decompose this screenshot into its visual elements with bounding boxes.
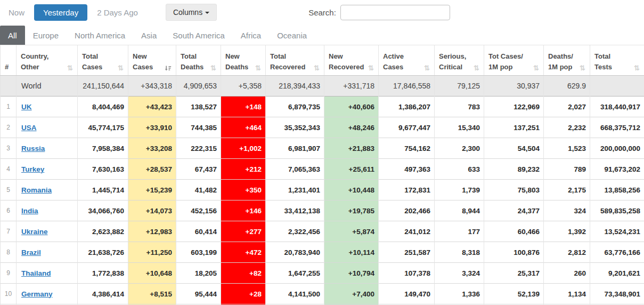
cell-new_recovered: +21,883 [324,138,379,159]
tab-oceania[interactable]: Oceania [269,26,315,45]
column-label-country: Country,Other [21,51,48,72]
cell-serious_critical: 79,125 [435,76,484,97]
cell-total_deaths: 95,444 [176,284,221,304]
cell-total_tests: 668,375,712 [590,117,644,138]
cell-country: USA [17,117,78,138]
yesterday-button[interactable]: Yesterday [34,4,87,21]
country-link[interactable]: India [21,207,38,215]
cell-tot_cases_1m: 52,139 [484,284,544,304]
cell-total_tests: 200,000,000 [590,138,644,159]
tab-south-america[interactable]: South America [165,26,233,45]
column-label-serious_critical: Serious,Critical [439,51,466,72]
cell-new_deaths: +472 [221,242,266,263]
cell-total_cases: 241,150,644 [78,76,128,97]
cell-total_deaths: 452,156 [176,200,221,221]
cell-deaths_1m: 629.9 [544,76,590,97]
country-link[interactable]: Turkey [21,165,44,173]
column-header-tot_cases_1m[interactable]: Tot Cases/1M pop⇅ [484,45,544,76]
table-row-usa: 2USA45,774,175+33,910744,385+46435,352,3… [1,117,644,138]
column-header-new_recovered[interactable]: NewRecovered⇅ [324,45,379,76]
cell-deaths_1m: 2,812 [544,242,590,263]
cell-total_recovered: 7,065,363 [266,159,324,180]
search-area: Search: [308,5,450,20]
two-days-ago-button[interactable]: 2 Days Ago [96,5,139,20]
column-header-new_cases[interactable]: NewCases [128,45,176,76]
cell-new_recovered: +10,794 [324,263,379,284]
cell-new_recovered: +19,785 [324,200,379,221]
country-link[interactable]: Romania [21,186,52,194]
cell-serious_critical: 783 [435,97,484,117]
cell-new_recovered: +5,874 [324,221,379,242]
country-link[interactable]: Ukraine [21,228,48,236]
column-label-tot_cases_1m: Tot Cases/1M pop [488,51,523,72]
cell-total_deaths: 603,199 [176,242,221,263]
cell-active_cases: 241,012 [379,221,435,242]
cell-country: UK [17,97,78,117]
table-row-uk: 1UK8,404,469+43,423138,527+1486,879,735+… [1,97,644,117]
cell-new_deaths: +212 [221,159,266,180]
sort-toggle-icon: ⇅ [255,64,261,72]
column-header-total_cases[interactable]: TotalCases⇅ [78,45,128,76]
table-row-russia: 3Russia7,958,384+33,208222,315+1,0026,98… [1,138,644,159]
cell-new_deaths: +1,002 [221,138,266,159]
cell-total_recovered: 20,783,940 [266,242,324,263]
country-link[interactable]: Brazil [21,248,41,256]
cell-total_cases: 2,623,882 [78,221,128,242]
country-link[interactable]: UK [21,103,32,111]
tab-asia[interactable]: Asia [133,26,165,45]
column-header-total_recovered[interactable]: TotalRecovered⇅ [266,45,324,76]
cell-deaths_1m: 2,027 [544,97,590,117]
tab-north-america[interactable]: North America [67,26,133,45]
column-header-new_deaths[interactable]: NewDeaths⇅ [221,45,266,76]
tab-europe[interactable]: Europe [25,26,67,45]
sort-toggle-icon: ⇅ [634,64,640,72]
cell-rank: 9 [1,263,17,284]
column-label-total_tests: TotalTests [594,51,612,72]
cell-new_cases: +15,239 [128,180,176,200]
tab-all[interactable]: All [0,26,25,45]
column-label-deaths_1m: Deaths/1M pop [548,51,573,72]
column-header-serious_critical[interactable]: Serious,Critical⇅ [435,45,484,76]
cell-tot_cases_1m: 100,876 [484,242,544,263]
cell-total_tests: 91,673,202 [590,159,644,180]
sort-descending-icon [165,65,172,72]
table-row-romania: 5Romania1,445,714+15,23941,482+3501,231,… [1,180,644,200]
cell-deaths_1m: 1,523 [544,138,590,159]
cell-new_recovered: +10,114 [324,242,379,263]
search-input[interactable] [340,5,450,20]
column-header-country[interactable]: Country,Other⇅ [17,45,78,76]
cell-country: Romania [17,180,78,200]
column-header-total_deaths[interactable]: TotalDeaths⇅ [176,45,221,76]
column-header-active_cases[interactable]: ActiveCases⇅ [379,45,435,76]
cell-active_cases: 1,386,207 [379,97,435,117]
cell-total_tests: 63,776,166 [590,242,644,263]
cell-serious_critical: 3,324 [435,263,484,284]
cell-serious_critical: 1,739 [435,180,484,200]
cell-total_recovered: 6,981,907 [266,138,324,159]
cell-country: Thailand [17,263,78,284]
country-link[interactable]: Germany [21,290,53,298]
country-link[interactable]: Thailand [21,269,51,277]
cell-active_cases: 149,470 [379,284,435,304]
cell-new_deaths: +148 [221,97,266,117]
cell-total_tests: 589,835,258 [590,200,644,221]
cell-rank: 8 [1,242,17,263]
cell-deaths_1m: 324 [544,200,590,221]
covid-stats-page: Now Yesterday 2 Days Ago Columns Search:… [0,0,644,305]
cell-new_deaths: +146 [221,200,266,221]
cell-total_cases: 21,638,726 [78,242,128,263]
column-header-deaths_1m[interactable]: Deaths/1M pop⇅ [544,45,590,76]
cell-tot_cases_1m: 60,466 [484,221,544,242]
cell-new_deaths: +464 [221,117,266,138]
cell-new_cases: +28,537 [128,159,176,180]
column-header-total_tests[interactable]: TotalTests⇅ [590,45,644,76]
cell-new_recovered: +25,611 [324,159,379,180]
cell-country: Ukraine [17,221,78,242]
columns-dropdown-button[interactable]: Columns [166,4,217,21]
now-button[interactable]: Now [7,5,26,20]
tab-africa[interactable]: Africa [233,26,269,45]
country-link[interactable]: Russia [21,145,45,152]
country-link[interactable]: USA [21,124,37,132]
cell-tot_cases_1m: 30,937 [484,76,544,97]
table-row-thailand: 9Thailand1,772,838+10,64818,205+821,647,… [1,263,644,284]
